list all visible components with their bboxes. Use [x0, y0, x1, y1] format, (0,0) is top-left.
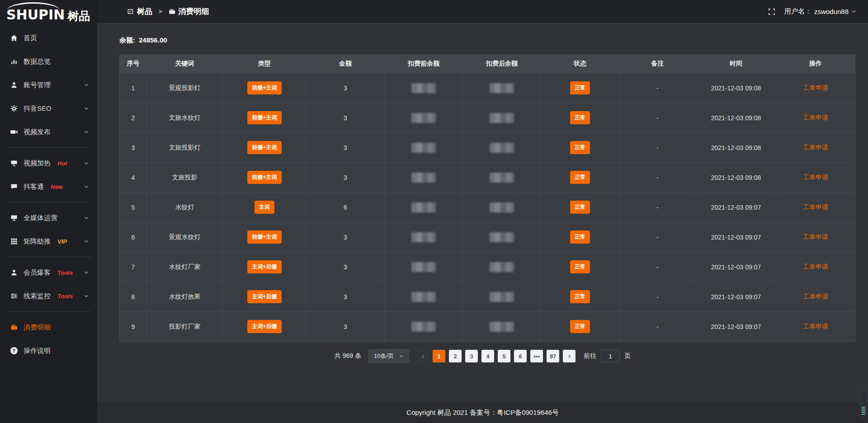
work-order-link[interactable]: 工单申请: [803, 293, 828, 301]
page-button-4[interactable]: 4: [481, 350, 494, 362]
work-order-link[interactable]: 工单申请: [803, 84, 828, 92]
cell-action: 工单申请: [776, 162, 855, 192]
cell-index: 7: [120, 252, 147, 282]
cell-keyword: 文旅投影灯: [147, 132, 223, 162]
work-order-link[interactable]: 工单申请: [803, 263, 828, 271]
work-order-link[interactable]: 工单申请: [803, 203, 828, 212]
page-size-select[interactable]: 10条/页: [368, 349, 409, 363]
cell-balance_after: [463, 311, 541, 341]
sidebar-item-video-publish[interactable]: 视频发布: [0, 120, 97, 144]
cell-balance_after: [463, 73, 541, 103]
page-button-3[interactable]: 3: [465, 350, 478, 362]
cell-amount: 3: [307, 252, 385, 282]
cell-keyword: 文旅投影: [147, 162, 223, 192]
cell-remark: -: [619, 73, 696, 103]
sidebar-item-member-burst[interactable]: 会员爆客Tools: [0, 261, 97, 284]
cell-remark: -: [619, 162, 696, 192]
cell-status: 正常: [541, 132, 619, 162]
goto-page: 前往 页: [584, 350, 631, 362]
sidebar-item-douketong[interactable]: 抖客通New: [0, 175, 97, 198]
cell-type: 前缀+主词: [223, 73, 307, 103]
cell-action: 工单申请: [776, 132, 855, 162]
cell-type: 前缀+主词: [223, 103, 307, 132]
topbar-right: 用户名：zswodun88: [768, 7, 856, 16]
pagination-total: 共 969 条: [335, 352, 361, 360]
masked-balance-value: [490, 143, 514, 153]
sidebar-item-media-operation[interactable]: 全媒体运营: [0, 206, 97, 230]
sidebar-item-instructions[interactable]: ?操作说明: [0, 339, 97, 362]
table-row: 5水纹灯主词6正常-2021-12-03 09:07工单申请: [120, 192, 855, 222]
table-row: 8水纹灯效果主词+后缀3正常-2021-12-03 09:07工单申请: [120, 282, 855, 311]
cell-status: 正常: [541, 73, 619, 103]
user-menu[interactable]: 用户名：zswodun88: [784, 7, 856, 16]
table-row: 7水纹灯厂家主词+后缀3正常-2021-12-03 09:07工单申请: [120, 252, 855, 282]
chevron-down-icon: [84, 106, 89, 111]
cell-index: 9: [120, 311, 147, 341]
person-icon: [10, 269, 18, 277]
sidebar-item-label: 视频发布: [24, 128, 51, 136]
page-button-97[interactable]: 97: [547, 350, 559, 362]
breadcrumb-item-2[interactable]: 消费明细: [169, 6, 209, 17]
cell-keyword: 水纹灯厂家: [147, 252, 223, 282]
sidebar-item-video-heat[interactable]: 视频加热Hot: [0, 151, 97, 175]
status-badge: 正常: [570, 230, 590, 244]
page-button-5[interactable]: 5: [498, 350, 510, 362]
breadcrumb-item-1[interactable]: 树品: [127, 6, 152, 17]
cell-keyword: 投影灯厂家: [147, 311, 223, 341]
status-badge: 正常: [570, 111, 590, 124]
sidebar-item-label: 全媒体运营: [24, 214, 57, 222]
page-button-1[interactable]: 1: [433, 350, 445, 362]
sidebar-item-label: 首页: [24, 34, 37, 42]
sidebar-item-data-overview[interactable]: 数据总览: [0, 50, 97, 73]
logo-text-cn: 树品: [67, 10, 90, 22]
cell-index: 4: [120, 162, 147, 192]
sidebar-item-clue-monitor[interactable]: 线索监控Tools: [0, 284, 97, 308]
page-button-6[interactable]: 6: [514, 350, 527, 362]
work-order-link[interactable]: 工单申请: [803, 323, 828, 331]
work-order-link[interactable]: 工单申请: [803, 144, 828, 152]
cell-remark: -: [619, 132, 696, 162]
sidebar-item-matrix-boost[interactable]: 矩阵助推VIP: [0, 230, 97, 253]
sliders-icon: [10, 292, 18, 300]
cell-balance_before: [385, 162, 463, 192]
home-icon: [10, 34, 18, 42]
copyright-text: Copyright 树品 2021 备案号：粤ICP备09019646号: [406, 409, 559, 417]
type-badge: 前缀+主词: [247, 81, 281, 94]
cell-balance_after: [463, 162, 541, 192]
status-badge: 正常: [570, 171, 590, 184]
sidebar-item-home[interactable]: 首页: [0, 26, 97, 50]
chevron-down-icon: [851, 9, 856, 14]
masked-balance-value: [411, 173, 436, 183]
status-badge: 正常: [570, 260, 590, 273]
sidebar-item-account-manage[interactable]: 账号管理: [0, 73, 97, 97]
sidebar-item-consumption-detail[interactable]: 消费明细: [0, 315, 97, 339]
sidebar-item-douyin-seo[interactable]: 抖音SEO: [0, 97, 97, 120]
type-badge: 主词: [255, 201, 274, 214]
work-order-link[interactable]: 工单申请: [803, 174, 828, 182]
next-page-button[interactable]: [563, 350, 576, 362]
sidebar-item-label: 操作说明: [24, 347, 51, 355]
screen-icon: [10, 160, 18, 167]
work-order-link[interactable]: 工单申请: [803, 114, 828, 122]
fullscreen-icon[interactable]: [768, 8, 775, 15]
page-button-2[interactable]: 2: [449, 350, 462, 362]
prev-page-button[interactable]: [416, 350, 429, 362]
goto-page-input[interactable]: [601, 350, 620, 362]
masked-balance-value: [490, 83, 514, 93]
chevron-down-icon: [84, 160, 89, 166]
sidebar-item-tag: VIP: [57, 238, 67, 245]
question-icon: ?: [10, 347, 18, 355]
work-order-link[interactable]: 工单申请: [803, 233, 828, 241]
masked-balance-value: [411, 322, 436, 332]
cell-remark: -: [619, 103, 696, 132]
masked-balance-value: [411, 292, 436, 302]
cell-type: 主词+后缀: [223, 311, 307, 341]
cell-type: 前缀+主词: [223, 162, 307, 192]
cell-balance_before: [385, 192, 463, 222]
sidebar-item-tag: Hot: [57, 160, 67, 167]
floating-contact-widget[interactable]: [860, 390, 867, 418]
status-badge: 正常: [570, 141, 590, 154]
balance: 余额:24856.00: [119, 36, 868, 45]
page-ellipsis-button[interactable]: •••: [530, 350, 543, 362]
type-badge: 前缀+主词: [247, 111, 281, 124]
